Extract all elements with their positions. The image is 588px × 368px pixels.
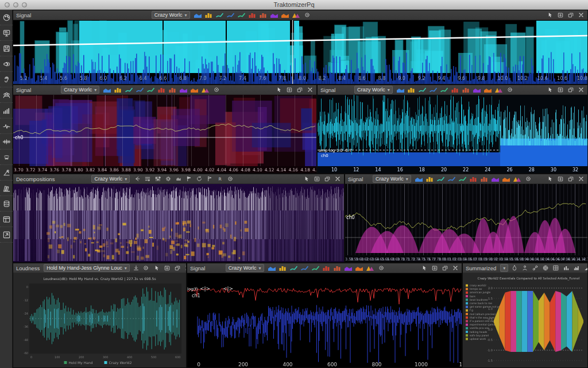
- move-pane-button[interactable]: [314, 175, 320, 182]
- record-icon[interactable]: [304, 12, 311, 18]
- chart-type-area-icon[interactable]: [194, 12, 202, 18]
- chart-type-line-icon[interactable]: [136, 87, 144, 93]
- loudness-chart-canvas[interactable]: [13, 273, 186, 367]
- close-pane-button[interactable]: [578, 86, 585, 93]
- tri-chart-icon[interactable]: [583, 264, 588, 271]
- preset-dropdown[interactable]: Crazy Worlc ▾: [354, 86, 393, 94]
- detach-pane-button[interactable]: [567, 12, 574, 18]
- sidebar-palette-icon[interactable]: [0, 10, 13, 25]
- person-icon[interactable]: [521, 264, 528, 271]
- chart-type-bars-icon[interactable]: [260, 12, 267, 18]
- chart-type-bars-icon[interactable]: [408, 87, 415, 93]
- letter-r-icon[interactable]: R: [216, 175, 223, 182]
- sidebar-save-icon[interactable]: [0, 41, 13, 56]
- chart-type-area-icon[interactable]: [270, 12, 278, 18]
- chart-type-area-icon[interactable]: [191, 87, 198, 93]
- chart-type-area-icon[interactable]: [345, 265, 352, 271]
- eq-icon[interactable]: [154, 175, 161, 182]
- detach-pane-button[interactable]: [567, 86, 574, 93]
- chart-type-bars-icon[interactable]: [205, 12, 212, 18]
- record-icon[interactable]: [525, 175, 532, 182]
- chart-type-bars-icon[interactable]: [169, 87, 176, 93]
- chart-type-line-icon[interactable]: [147, 87, 154, 93]
- sidebar-expand-icon[interactable]: [0, 227, 13, 243]
- summarized-funnel-canvas[interactable]: [463, 273, 587, 367]
- move-pane-button[interactable]: [557, 175, 564, 182]
- chart-type-line-icon[interactable]: [440, 87, 448, 93]
- move-pane-button[interactable]: [431, 264, 438, 271]
- sidebar-layout-icon[interactable]: [0, 212, 13, 227]
- chart-type-line-icon[interactable]: [437, 176, 444, 182]
- chart-type-bars-icon[interactable]: [470, 176, 477, 182]
- cursor-pane-button[interactable]: [547, 12, 554, 18]
- cursor-pane-button[interactable]: [421, 264, 428, 271]
- chart-type-area-icon[interactable]: [502, 176, 510, 182]
- close-pane-button[interactable]: [452, 264, 459, 271]
- record-icon[interactable]: [142, 264, 149, 271]
- detach-pane-button[interactable]: [567, 175, 574, 182]
- signal-blocks-canvas[interactable]: [13, 95, 316, 173]
- grid-icon[interactable]: [552, 264, 559, 271]
- record-icon[interactable]: [378, 264, 385, 271]
- flag2-icon[interactable]: [206, 175, 213, 182]
- chart-type-bars-icon[interactable]: [279, 265, 287, 271]
- drop-icon[interactable]: [511, 264, 518, 271]
- arrow-left-icon[interactable]: [134, 175, 141, 182]
- cursor-pane-button[interactable]: [153, 264, 160, 271]
- chart-type-bars-icon[interactable]: [158, 87, 165, 93]
- chart-type-line-icon[interactable]: [448, 176, 455, 182]
- chart-type-area-icon[interactable]: [484, 87, 492, 93]
- link-icon[interactable]: [532, 264, 539, 271]
- detach-pane-button[interactable]: [296, 86, 303, 93]
- chart-type-bars-icon[interactable]: [426, 176, 434, 182]
- chart-type-line-icon[interactable]: [125, 87, 133, 93]
- record-icon[interactable]: [506, 86, 513, 93]
- chart-type-bars-icon[interactable]: [334, 265, 341, 271]
- signal-envelope-canvas[interactable]: [345, 184, 587, 262]
- chart-type-mountain-icon[interactable]: [495, 87, 502, 93]
- cursor-pane-button[interactable]: [276, 86, 283, 93]
- cursor-pane-button[interactable]: [303, 175, 310, 182]
- move-pane-button[interactable]: [557, 12, 564, 18]
- chart-type-line-icon[interactable]: [301, 265, 308, 271]
- chart-type-line-icon[interactable]: [419, 87, 426, 93]
- sidebar-layers-icon[interactable]: [0, 150, 13, 165]
- close-pane-button[interactable]: [578, 175, 585, 182]
- move-pane-button[interactable]: [557, 86, 564, 93]
- sidebar-stats-icon[interactable]: [0, 103, 13, 118]
- preset-dropdown[interactable]: Crazy Worlc ▾: [373, 175, 411, 183]
- playlist-icon[interactable]: [144, 175, 151, 182]
- chart-type-mountain-icon[interactable]: [366, 265, 374, 271]
- chart-type-bars-icon[interactable]: [114, 87, 122, 93]
- gear-icon[interactable]: [165, 175, 172, 182]
- chart-type-line-icon[interactable]: [238, 12, 245, 18]
- sidebar-monitor-icon[interactable]: [0, 25, 13, 41]
- detach-pane-button[interactable]: [442, 264, 448, 271]
- chart-type-mountain-icon[interactable]: [513, 176, 521, 182]
- signal-wave-canvas[interactable]: [318, 95, 587, 173]
- cursor-pane-button[interactable]: [547, 86, 554, 93]
- chart-type-area-icon[interactable]: [103, 87, 111, 93]
- close-pane-button[interactable]: [307, 86, 314, 93]
- chart-type-area-icon[interactable]: [180, 87, 187, 93]
- chart-type-line-icon[interactable]: [227, 12, 234, 18]
- chart-type-area-icon[interactable]: [268, 265, 276, 271]
- chart-type-mountain-icon[interactable]: [292, 12, 300, 18]
- chart-type-bars-icon[interactable]: [323, 265, 330, 271]
- globe-icon[interactable]: [542, 264, 549, 271]
- chart-type-line-icon[interactable]: [312, 265, 319, 271]
- chart-type-line-icon[interactable]: [459, 176, 466, 182]
- spectrogram-canvas[interactable]: [13, 184, 344, 262]
- cursor-pane-button[interactable]: [547, 175, 554, 182]
- signal-stereo-canvas[interactable]: [187, 273, 462, 367]
- preset-dropdown[interactable]: Crazy Worlc ▾: [91, 175, 130, 183]
- track-dropdown[interactable]: Hold My Hand-Jess Glynne Louc ▾: [44, 264, 130, 272]
- sidebar-library-icon[interactable]: [0, 181, 13, 196]
- chart-type-line-icon[interactable]: [430, 87, 437, 93]
- close-pane-button[interactable]: [334, 175, 341, 182]
- chart-type-area-icon[interactable]: [473, 87, 481, 93]
- preset-dropdown[interactable]: Crazy Worlc ▾: [61, 86, 99, 94]
- download-icon[interactable]: [133, 264, 140, 271]
- sidebar-pulse-icon[interactable]: [0, 118, 13, 134]
- chart-type-area-icon[interactable]: [492, 176, 499, 182]
